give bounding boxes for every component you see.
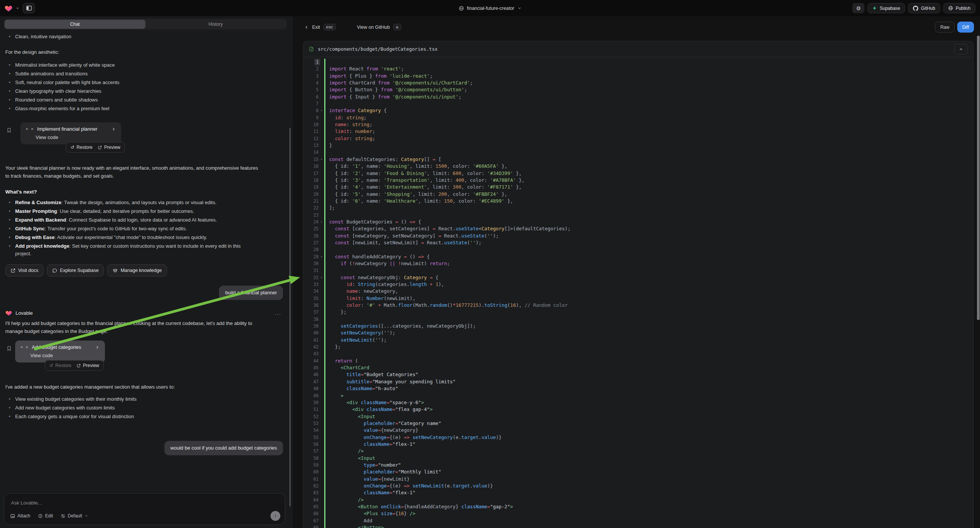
code-line: 24▾const BudgetCategories = () => {: [304, 219, 973, 225]
file-header[interactable]: src/components/budget/BudgetCategories.t…: [304, 41, 973, 57]
code-line: 10 name: string;: [304, 121, 973, 128]
fold-marker: [318, 232, 324, 239]
tab-history[interactable]: History: [145, 20, 286, 29]
code-line: 35 limit: Number(newLimit),: [304, 295, 973, 302]
preview-button[interactable]: Preview: [98, 145, 121, 150]
user-message-bubble: build a financial planner: [219, 286, 283, 300]
window-scrollbar[interactable]: [977, 36, 980, 320]
version-card[interactable]: < >Implement financial plannerView code: [21, 122, 121, 144]
project-title: financial-future-creator: [467, 6, 514, 11]
chat-input[interactable]: Ask Lovable... Attach Edit Default ↑: [4, 493, 285, 525]
github-button[interactable]: GitHub: [908, 3, 940, 13]
bookmark-icon[interactable]: [7, 128, 11, 133]
line-number: 23: [304, 212, 318, 219]
exit-button[interactable]: Exit ESC: [304, 24, 336, 30]
chat-scrollbar[interactable]: [290, 128, 291, 506]
diff-added-indicator: [324, 73, 325, 80]
fold-marker: [318, 212, 324, 219]
chevron-right-icon[interactable]: [84, 345, 100, 350]
code-line: 14: [304, 149, 973, 156]
preview-button[interactable]: Preview: [76, 363, 99, 368]
model-selector[interactable]: Default: [60, 513, 88, 518]
project-chevron-down-icon: [517, 6, 522, 10]
diff-toggle-button[interactable]: Diff: [957, 22, 974, 33]
code-text: <Button onClick={handleAddCategory} clas…: [329, 503, 973, 510]
view-on-github-button[interactable]: View on GitHub G: [357, 24, 401, 30]
diff-added-indicator: [324, 163, 325, 170]
fold-marker[interactable]: ▾: [318, 219, 324, 225]
code-text: <Input: [329, 455, 973, 462]
tab-chat[interactable]: Chat: [5, 20, 145, 29]
version-card[interactable]: < >Add budget categoriesView code: [15, 340, 105, 363]
lovable-heart-logo[interactable]: [5, 5, 13, 12]
line-number: 22: [304, 205, 318, 212]
collapse-file-button[interactable]: [954, 44, 968, 54]
explore-supabase-button[interactable]: Explore Supabase: [47, 264, 104, 277]
list-item: Subtle animations and transitions: [5, 70, 255, 78]
fold-marker[interactable]: ▾: [318, 274, 324, 281]
diff-added-indicator: [324, 177, 325, 184]
fold-marker[interactable]: ▾: [318, 107, 324, 114]
fold-marker: [318, 80, 324, 86]
fold-marker: [318, 191, 324, 198]
code-line: 30 if (!newCategory || !newLimit) return…: [304, 260, 973, 267]
bookmark-icon[interactable]: [7, 346, 11, 351]
toggle-sidebar-button[interactable]: [23, 3, 35, 13]
code-text: ];: [329, 205, 973, 212]
settings-button[interactable]: ⚙: [852, 3, 864, 13]
code-line: 57 />: [304, 448, 973, 455]
attach-button[interactable]: Attach: [10, 513, 30, 518]
workspace-chevron-down-icon[interactable]: [16, 6, 20, 10]
line-number: 15: [304, 156, 318, 163]
diff-added-indicator: [324, 281, 325, 288]
code-line: 1: [304, 59, 973, 65]
visit-docs-button[interactable]: Visit docs: [5, 264, 44, 277]
code-line: 53 placeholder="Category name": [304, 420, 973, 427]
list-item: Refine & Customize: Tweak the design, an…: [5, 199, 255, 207]
chevron-right-icon[interactable]: [101, 127, 116, 132]
publish-button[interactable]: Publish: [943, 3, 975, 13]
diff-added-indicator: [324, 86, 325, 93]
code-text: <div className="space-y-6">: [329, 399, 973, 406]
diff-added-indicator: [324, 455, 325, 462]
code-text: import React from 'react';: [329, 65, 973, 72]
fold-marker: [318, 455, 324, 462]
restore-icon: ↺: [70, 145, 74, 149]
restore-button[interactable]: ↺Restore: [70, 145, 92, 150]
line-number: 26: [304, 232, 318, 239]
code-text: subtitle="Manage your spending limits": [329, 379, 973, 385]
more-options-icon[interactable]: ...: [275, 310, 283, 316]
fold-marker[interactable]: ▾: [318, 253, 324, 260]
raw-toggle-button[interactable]: Raw: [935, 22, 955, 33]
file-path: src/components/budget/BudgetCategories.t…: [318, 46, 438, 52]
view-code-link[interactable]: View code: [30, 353, 100, 358]
diff-added-indicator: [324, 323, 325, 329]
diff-added-indicator: [324, 379, 325, 385]
diff-added-indicator: [324, 170, 325, 177]
app-window: financial-future-creator ⚙ Supabase GitH…: [0, 0, 980, 528]
code-text: const defaultCategories: Category[] = [: [329, 156, 973, 163]
message-paragraph: For the design aesthetic:: [5, 48, 263, 56]
line-number: 60: [304, 469, 318, 476]
code-line: 16 { id: '1', name: 'Housing', limit: 15…: [304, 163, 973, 170]
g-key-badge: G: [393, 24, 401, 30]
code-view-panel: Exit ESC View on GitHub G Raw Diff src/c…: [293, 16, 980, 528]
code-line: 60 placeholder="Monthly limit": [304, 469, 973, 476]
project-switcher[interactable]: financial-future-creator: [458, 0, 521, 16]
fold-marker: [318, 225, 324, 232]
code-text: interface Category {: [329, 107, 973, 114]
code-line: 4import ChartCard from '@/components/ui/…: [304, 80, 973, 86]
code-line: 33 id: String(categories.length + 1),: [304, 281, 973, 288]
send-button[interactable]: ↑: [270, 511, 280, 521]
manage-knowledge-button[interactable]: Manage knowledge: [107, 264, 167, 277]
edit-mode-button[interactable]: Edit: [38, 513, 53, 518]
view-code-link[interactable]: View code: [36, 134, 116, 140]
diff-added-indicator: [324, 364, 325, 371]
diff-added-indicator: [324, 385, 325, 392]
diff-added-indicator: [324, 517, 325, 524]
fold-marker[interactable]: ▾: [318, 156, 324, 163]
diff-added-indicator: [324, 496, 325, 503]
diff-added-indicator: [324, 337, 325, 344]
code-editor[interactable]: 12import React from 'react';3import { Pl…: [304, 57, 973, 528]
supabase-button[interactable]: Supabase: [867, 3, 905, 13]
